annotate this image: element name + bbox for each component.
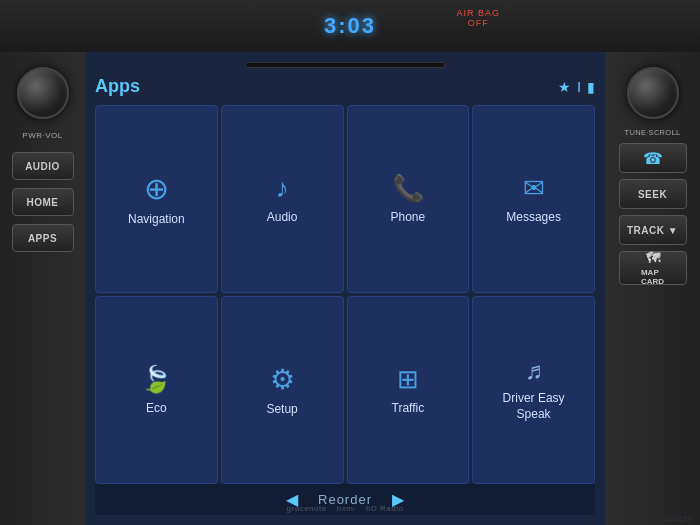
home-button[interactable]: HOME: [12, 188, 74, 216]
messages-label: Messages: [506, 210, 561, 226]
phone-label: Phone: [391, 210, 426, 226]
bottom-bar: ◀ Reorder ▶ gracenote bxm· hD Radio: [95, 484, 595, 515]
signal-icon: Ⅰ: [577, 79, 581, 95]
center-screen: Apps ★ Ⅰ ▮ ⊕ Navigation ♪ Audio 📞 Phone: [85, 52, 605, 525]
seek-button[interactable]: SEEK: [619, 179, 687, 209]
apps-grid: ⊕ Navigation ♪ Audio 📞 Phone ✉ Messages …: [95, 105, 595, 484]
bluetooth-icon: ★: [558, 79, 571, 95]
tune-scroll-knob[interactable]: [627, 67, 679, 119]
top-bar: 3:03 AIR BAGOFF: [0, 0, 700, 52]
apps-title: Apps: [95, 76, 140, 97]
messages-app[interactable]: ✉ Messages: [472, 105, 595, 293]
gracenote-logo: gracenote: [287, 504, 327, 513]
status-icons: ★ Ⅰ ▮: [558, 79, 595, 95]
map-icon: 🗺: [646, 250, 660, 266]
apps-button[interactable]: APPS: [12, 224, 74, 252]
map-card-label: MAPCARD: [641, 268, 664, 286]
pwr-vol-knob[interactable]: [17, 67, 69, 119]
main-container: PWR·VOL AUDIO HOME APPS Apps ★ Ⅰ ▮ ⊕ Nav…: [0, 52, 700, 525]
driver-easy-speak-icon: ♬: [525, 357, 543, 385]
track-button[interactable]: TRACK ▼: [619, 215, 687, 245]
clock-display: 3:03: [324, 13, 376, 39]
traffic-label: Traffic: [392, 401, 425, 417]
setup-app[interactable]: ⚙ Setup: [221, 296, 344, 484]
setup-label: Setup: [266, 402, 297, 418]
phone-app[interactable]: 📞 Phone: [347, 105, 470, 293]
audio-label: Audio: [267, 210, 298, 226]
serial-number: S10179: [664, 514, 692, 523]
setup-icon: ⚙: [270, 363, 295, 396]
driver-easy-speak-label: Driver EasySpeak: [503, 391, 565, 422]
navigation-icon: ⊕: [144, 171, 169, 206]
navigation-label: Navigation: [128, 212, 185, 228]
bottom-logos: gracenote bxm· hD Radio: [287, 504, 404, 513]
phone-icon: 📞: [392, 173, 424, 204]
screen-header: Apps ★ Ⅰ ▮: [95, 76, 595, 97]
battery-icon: ▮: [587, 79, 595, 95]
audio-button[interactable]: AUDIO: [12, 152, 74, 180]
driver-easy-speak-app[interactable]: ♬ Driver EasySpeak: [472, 296, 595, 484]
eco-app[interactable]: 🍃 Eco: [95, 296, 218, 484]
phone-button[interactable]: ☎: [619, 143, 687, 173]
hd-radio-logo: hD Radio: [366, 504, 403, 513]
traffic-icon: ⊞: [397, 364, 419, 395]
audio-icon: ♪: [276, 173, 289, 204]
airbag-label: AIR BAGOFF: [456, 8, 500, 28]
tune-scroll-label: TUNE·SCROLL: [625, 128, 681, 137]
eco-label: Eco: [146, 401, 167, 417]
map-card-button[interactable]: 🗺 MAPCARD: [619, 251, 687, 285]
navigation-app[interactable]: ⊕ Navigation: [95, 105, 218, 293]
traffic-app[interactable]: ⊞ Traffic: [347, 296, 470, 484]
bxm-logo: bxm·: [337, 504, 356, 513]
pwr-vol-label: PWR·VOL: [22, 131, 62, 140]
eco-icon: 🍃: [140, 364, 172, 395]
cd-slot[interactable]: [245, 62, 445, 68]
right-controls: TUNE·SCROLL ☎ SEEK TRACK ▼ 🗺 MAPCARD: [605, 52, 700, 525]
messages-icon: ✉: [523, 173, 545, 204]
left-controls: PWR·VOL AUDIO HOME APPS: [0, 52, 85, 525]
audio-app[interactable]: ♪ Audio: [221, 105, 344, 293]
